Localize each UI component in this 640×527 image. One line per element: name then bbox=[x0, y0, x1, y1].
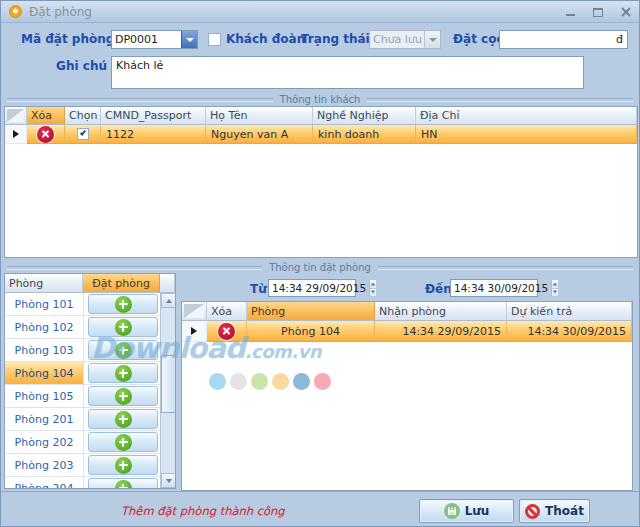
add-room-button[interactable] bbox=[88, 386, 158, 406]
spinner-down-button[interactable] bbox=[552, 288, 558, 297]
plus-icon bbox=[115, 365, 132, 382]
guest-section-title: Thông tin khách bbox=[280, 94, 361, 105]
booking-code-dropdown-button[interactable] bbox=[181, 31, 197, 48]
room-row: Phòng 203 bbox=[5, 454, 162, 477]
scroll-down-button[interactable] bbox=[161, 473, 176, 488]
add-room-button[interactable] bbox=[88, 455, 158, 475]
corner-triangle-icon bbox=[5, 107, 27, 125]
guest-header-name[interactable]: Họ Tên bbox=[206, 107, 313, 125]
guest-header-delete[interactable]: Xóa bbox=[27, 107, 65, 125]
booking-code-value: DP0001 bbox=[112, 33, 181, 46]
room-row: Phòng 102 bbox=[5, 316, 162, 339]
note-label: Ghi chú bbox=[21, 59, 107, 73]
arrow-down-icon bbox=[166, 479, 172, 483]
room-name-cell[interactable]: Phòng 101 bbox=[5, 293, 84, 315]
add-room-button[interactable] bbox=[88, 478, 158, 488]
status-label: Trạng thái bbox=[301, 32, 370, 46]
plus-icon bbox=[115, 342, 132, 359]
spinner-down-button[interactable] bbox=[370, 288, 376, 297]
room-add-cell bbox=[84, 408, 162, 430]
room-name-cell[interactable]: Phòng 104 bbox=[5, 362, 84, 384]
booking-table-row[interactable]: Phòng 104 14:34 29/09/2015 14:34 30/09/2… bbox=[182, 321, 632, 342]
plus-icon bbox=[115, 296, 132, 313]
add-room-button[interactable] bbox=[88, 317, 158, 337]
guest-delete-cell bbox=[27, 125, 65, 144]
add-room-button[interactable] bbox=[88, 363, 158, 383]
to-datetime-input[interactable]: 14:34 30/09/2015 bbox=[450, 279, 538, 297]
from-datetime-input[interactable]: 14:34 29/09/2015 bbox=[268, 279, 356, 297]
booking-header-room[interactable]: Phòng bbox=[247, 302, 375, 321]
exit-button[interactable]: Thoát bbox=[519, 499, 590, 523]
add-room-button[interactable] bbox=[88, 340, 158, 360]
row-selector-cell bbox=[182, 321, 207, 342]
room-row: Phòng 103 bbox=[5, 339, 162, 362]
room-name-cell[interactable]: Phòng 203 bbox=[5, 454, 84, 476]
guest-table-row[interactable]: 1122 Nguyen van A kinh doanh HN bbox=[5, 125, 637, 144]
guest-select-cell bbox=[65, 125, 101, 144]
to-spinner bbox=[551, 280, 558, 296]
row-marker-icon bbox=[191, 327, 197, 335]
booking-code-combo[interactable]: DP0001 bbox=[111, 30, 198, 49]
booking-section-separator: Thông tin đặt phòng bbox=[7, 262, 633, 273]
rooms-scrollbar[interactable] bbox=[160, 293, 175, 488]
status-value: Chưa lưu bbox=[370, 33, 424, 46]
delete-icon[interactable] bbox=[218, 323, 235, 340]
guest-header-address[interactable]: Địa Chỉ bbox=[416, 107, 637, 125]
add-room-button[interactable] bbox=[88, 409, 158, 429]
scroll-thumb[interactable] bbox=[161, 355, 176, 413]
to-label: Đến bbox=[425, 282, 452, 296]
save-button[interactable]: Lưu bbox=[419, 499, 514, 523]
booking-header-checkout[interactable]: Dự kiến trả bbox=[507, 302, 632, 321]
spinner-up-button[interactable] bbox=[552, 280, 558, 288]
booking-room-cell[interactable]: Phòng 104 bbox=[247, 321, 375, 342]
plus-icon bbox=[115, 319, 132, 336]
guest-cmnd-cell[interactable]: 1122 bbox=[101, 125, 206, 144]
chevron-down-icon bbox=[186, 38, 194, 42]
room-name-cell[interactable]: Phòng 204 bbox=[5, 477, 84, 488]
rooms-header-room[interactable]: Phòng bbox=[5, 274, 83, 293]
guest-header-job[interactable]: Nghề Nghiệp bbox=[313, 107, 416, 125]
arrow-up-icon bbox=[166, 299, 172, 303]
group-guest-checkbox[interactable] bbox=[208, 33, 221, 46]
guest-header-select[interactable]: Chọn bbox=[65, 107, 101, 125]
close-button[interactable] bbox=[619, 5, 633, 19]
from-datetime-value: 14:34 29/09/2015 bbox=[269, 282, 369, 294]
titlebar: Đặt phòng bbox=[1, 1, 639, 23]
room-name-cell[interactable]: Phòng 102 bbox=[5, 316, 84, 338]
deposit-input[interactable]: đ bbox=[499, 30, 628, 49]
booking-checkout-cell[interactable]: 14:34 30/09/2015 bbox=[507, 321, 632, 342]
booking-header-delete[interactable]: Xóa bbox=[207, 302, 247, 321]
guest-job-cell[interactable]: kinh doanh bbox=[313, 125, 416, 144]
room-row: Phòng 105 bbox=[5, 385, 162, 408]
scroll-up-button[interactable] bbox=[161, 293, 176, 308]
guest-row-checkbox[interactable] bbox=[77, 128, 89, 140]
row-selector-cell bbox=[5, 125, 27, 144]
guest-header-cmnd[interactable]: CMND_Passport bbox=[101, 107, 206, 125]
room-row: Phòng 101 bbox=[5, 293, 162, 316]
add-room-button[interactable] bbox=[88, 294, 158, 314]
room-row: Phòng 201 bbox=[5, 408, 162, 431]
add-room-button[interactable] bbox=[88, 432, 158, 452]
room-name-cell[interactable]: Phòng 105 bbox=[5, 385, 84, 407]
group-guest-label: Khách đoàn bbox=[226, 32, 305, 46]
booking-checkin-cell[interactable]: 14:34 29/09/2015 bbox=[375, 321, 507, 342]
booking-header-checkin[interactable]: Nhận phòng bbox=[375, 302, 507, 321]
status-message: Thêm đặt phòng thành công bbox=[121, 504, 285, 518]
plus-icon bbox=[115, 434, 132, 451]
guest-address-cell[interactable]: HN bbox=[416, 125, 637, 144]
maximize-button[interactable] bbox=[591, 5, 605, 19]
check-icon bbox=[79, 129, 85, 136]
exit-prohibition-icon bbox=[525, 504, 540, 519]
rooms-header-book[interactable]: Đặt phòng bbox=[83, 274, 160, 293]
delete-icon[interactable] bbox=[37, 126, 54, 143]
from-label: Từ bbox=[250, 282, 267, 296]
room-name-cell[interactable]: Phòng 103 bbox=[5, 339, 84, 361]
guest-name-cell[interactable]: Nguyen van A bbox=[206, 125, 313, 144]
minimize-button[interactable] bbox=[563, 5, 577, 19]
plus-icon bbox=[115, 411, 132, 428]
room-add-cell bbox=[84, 293, 162, 315]
room-name-cell[interactable]: Phòng 201 bbox=[5, 408, 84, 430]
room-name-cell[interactable]: Phòng 202 bbox=[5, 431, 84, 453]
note-input[interactable]: Khách lẻ bbox=[111, 56, 584, 89]
spinner-up-button[interactable] bbox=[370, 280, 376, 288]
